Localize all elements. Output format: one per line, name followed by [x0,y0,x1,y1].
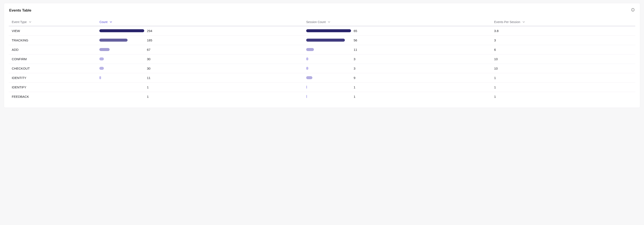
cell-event-type: CONFIRM [9,54,96,64]
chevron-down-icon [110,21,112,23]
cell-count: 67 [96,45,303,54]
col-header-label: Count [99,20,107,24]
count-value: 30 [147,57,150,61]
count-value: 294 [147,29,152,33]
cell-count: 185 [96,35,303,45]
cell-count: 294 [96,26,303,35]
session-count-bar [306,29,351,32]
cell-session-count: 1 [303,92,491,101]
table-row: CONFIRM 30 3 10 [9,54,635,64]
cell-events-per-session: 1 [491,82,635,92]
count-value: 1 [147,85,148,89]
cell-session-count: 65 [303,26,491,35]
cell-event-type: CHECKOUT [9,64,96,73]
cell-session-count: 1 [303,82,491,92]
col-header-label: Events Per Session [494,20,520,24]
events-table-card: Events Table Event Type [4,3,640,108]
session-count-value: 3 [354,57,355,61]
table-row: VIEW 294 65 3.8 [9,26,635,35]
session-count-bar [306,67,351,70]
session-count-bar [306,86,351,89]
count-bar [99,29,144,32]
cell-events-per-session: 1 [491,73,635,82]
session-count-value: 3 [354,67,355,70]
info-icon[interactable] [631,8,635,12]
session-count-bar [306,76,351,79]
col-header-count[interactable]: Count [96,18,303,26]
count-value: 185 [147,38,152,42]
table-row: FEEDBACK 1 1 1 [9,92,635,101]
session-count-value: 9 [354,76,355,80]
cell-events-per-session: 3 [491,35,635,45]
table-header-row: Event Type Count [9,18,635,26]
chevron-down-icon [522,21,525,23]
svg-point-2 [633,9,633,9]
table-row: ADD 67 11 6 [9,45,635,54]
col-header-session-count[interactable]: Session Count [303,18,491,26]
session-count-value: 65 [354,29,357,33]
session-count-value: 1 [354,85,355,89]
cell-event-type: ADD [9,45,96,54]
count-bar [99,57,144,60]
cell-events-per-session: 10 [491,54,635,64]
cell-count: 30 [96,64,303,73]
session-count-value: 11 [354,48,357,51]
cell-count: 1 [96,92,303,101]
cell-session-count: 56 [303,35,491,45]
count-bar [99,67,144,70]
count-bar [99,48,144,51]
events-table: Event Type Count [9,18,635,101]
cell-events-per-session: 1 [491,92,635,101]
cell-session-count: 11 [303,45,491,54]
cell-event-type: IDENTIFY [9,82,96,92]
session-count-value: 56 [354,38,357,42]
session-count-bar [306,57,351,60]
cell-events-per-session: 10 [491,64,635,73]
chevron-down-icon [29,21,32,23]
table-row: IDENTIFY 1 1 1 [9,82,635,92]
count-bar [99,95,144,98]
session-count-bar [306,48,351,51]
cell-event-type: TRACKING [9,35,96,45]
chevron-down-icon [328,21,330,23]
count-bar [99,76,144,79]
col-header-label: Event Type [12,20,27,24]
cell-count: 1 [96,82,303,92]
count-bar [99,39,144,42]
table-row: IDENTITY 11 9 1 [9,73,635,82]
cell-event-type: IDENTITY [9,73,96,82]
count-value: 67 [147,48,150,51]
table-row: CHECKOUT 30 3 10 [9,64,635,73]
cell-count: 30 [96,54,303,64]
cell-event-type: VIEW [9,26,96,35]
cell-session-count: 3 [303,54,491,64]
session-count-bar [306,95,351,98]
table-row: TRACKING 185 56 3 [9,35,635,45]
cell-event-type: FEEDBACK [9,92,96,101]
count-bar [99,86,144,89]
cell-events-per-session: 3.8 [491,26,635,35]
cell-events-per-session: 6 [491,45,635,54]
cell-session-count: 3 [303,64,491,73]
col-header-events-per-session[interactable]: Events Per Session [491,18,635,26]
count-value: 1 [147,95,148,98]
cell-session-count: 9 [303,73,491,82]
session-count-bar [306,39,351,42]
count-value: 11 [147,76,150,80]
col-header-label: Session Count [306,20,326,24]
count-value: 30 [147,67,150,70]
card-title: Events Table [9,8,635,12]
col-header-event-type[interactable]: Event Type [9,18,96,26]
session-count-value: 1 [354,95,355,98]
cell-count: 11 [96,73,303,82]
